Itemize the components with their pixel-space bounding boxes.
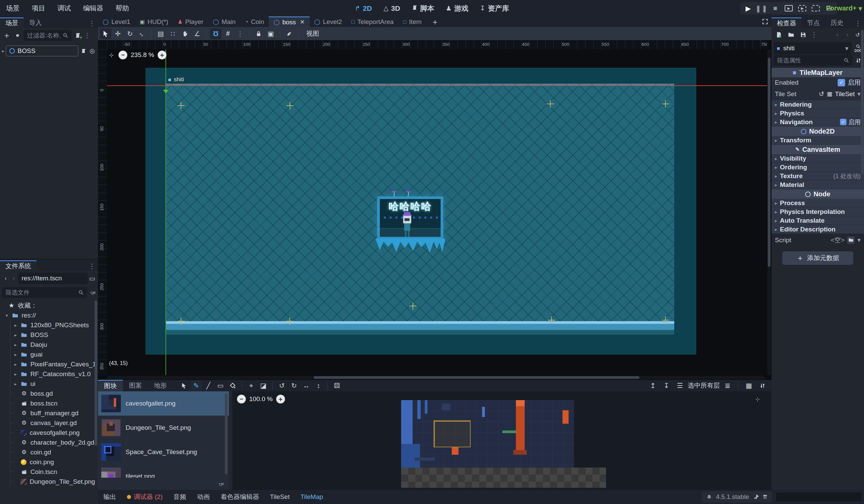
folder-row[interactable]: ▸guai	[0, 349, 98, 359]
filter-properties-input[interactable]: 筛选属性	[773, 55, 853, 66]
section-auto-translate[interactable]: ▸Auto Translate	[771, 216, 864, 225]
lock-selected-icon[interactable]	[253, 28, 264, 39]
marker-gizmo[interactable]	[547, 100, 554, 108]
resource-menu-icon[interactable]: ⋮	[811, 31, 817, 39]
atlas-texture[interactable]	[401, 400, 574, 468]
file-row[interactable]: ⚙boss.gd	[0, 389, 98, 398]
view-menu[interactable]: 视图	[302, 29, 323, 38]
move-layer-up-icon[interactable]: ↥	[647, 380, 659, 391]
stop-button[interactable]: ■	[771, 4, 780, 13]
scene-tab-hud[interactable]: ▣HUD(*)	[135, 16, 173, 27]
enabled-checkbox[interactable]: ✓	[838, 79, 845, 86]
filesystem-scrollbar[interactable]	[95, 300, 97, 446]
highlight-layer-icon[interactable]: ≣	[722, 380, 733, 391]
skeleton-options-icon[interactable]: ✒	[281, 26, 298, 41]
file-row[interactable]: ⚙character_body_2d.gd	[0, 438, 98, 447]
tile-rect-tool[interactable]: ▭	[215, 380, 226, 391]
expand-viewport-icon[interactable]	[761, 18, 769, 25]
section-material[interactable]: ▸Material	[771, 181, 864, 189]
history-forward-icon[interactable]: ›	[844, 31, 851, 38]
file-row[interactable]: ▦export_presets.cfg	[0, 487, 98, 488]
marker-gizmo[interactable]	[286, 102, 294, 109]
favorites-row[interactable]: ★收藏：	[0, 300, 98, 310]
mode-tab-3d[interactable]: △3D	[384, 4, 400, 12]
folder-row[interactable]: ▸ui	[0, 379, 98, 389]
panel-tilemap[interactable]: TileMap	[295, 493, 328, 501]
flip-horizontal-icon[interactable]: ↔	[300, 380, 312, 391]
marker-gizmo[interactable]	[177, 318, 185, 325]
2d-viewport[interactable]: -500501001502002503003504004505005506006…	[98, 40, 771, 380]
play-custom-scene-button[interactable]	[811, 4, 820, 13]
menu-editor[interactable]: 编辑器	[77, 0, 109, 16]
file-row[interactable]: coin.png	[0, 457, 98, 467]
scene-tab-teleportarea[interactable]: □TeleportArea	[347, 16, 398, 27]
marker-gizmo[interactable]	[662, 100, 669, 108]
pause-button[interactable]: ❚❚	[757, 4, 766, 13]
pin-bottom-panel-icon[interactable]	[753, 494, 759, 500]
file-row[interactable]: boss.tscn	[0, 398, 98, 408]
inspector-scrollbar[interactable]	[861, 30, 864, 175]
section-physics-interpolation[interactable]: ▸Physics Interpolation	[771, 208, 864, 216]
snap-options-icon[interactable]: ⋮	[234, 28, 246, 39]
node-script-icon[interactable]	[80, 47, 87, 55]
tile-source-row[interactable]: Dungeon_Tile_Set.png	[98, 416, 229, 440]
rotate-left-icon[interactable]: ↺	[276, 380, 288, 391]
renderer-selector[interactable]: Forward+▾	[826, 0, 862, 16]
tab-tiles[interactable]: 图块	[98, 380, 123, 391]
dock-menu-icon[interactable]: ⋮	[88, 262, 95, 270]
layers-list-icon[interactable]: ☰	[674, 380, 686, 391]
dock-menu-icon[interactable]: ⋮	[854, 19, 861, 27]
panel-animation[interactable]: 动画	[192, 493, 215, 501]
pan-tool[interactable]	[179, 28, 191, 39]
history-back-icon[interactable]: ‹	[2, 274, 10, 282]
panel-shader-editor[interactable]: 着色器编辑器	[215, 493, 265, 501]
menu-scene[interactable]: 场景	[0, 0, 26, 16]
filter-files-input[interactable]: 筛选文件	[2, 287, 87, 298]
pivot-tool[interactable]: ∷	[167, 28, 179, 39]
scene-tab-main[interactable]: ◯Main	[208, 16, 240, 27]
file-row[interactable]: cavesofgallet.png	[0, 428, 98, 438]
navigation-checkbox[interactable]: ✓	[840, 119, 847, 125]
folder-row[interactable]: ▸BOSS	[0, 330, 98, 340]
tile-source-row[interactable]: Space_Cave_Tileset.png	[98, 440, 229, 464]
history-back-icon[interactable]: ‹	[833, 31, 841, 38]
edited-object-selector[interactable]: ◆ shiti ▾	[773, 42, 852, 54]
scene-tab-coin[interactable]: ◔Coin	[240, 16, 269, 27]
rotate-right-icon[interactable]: ↻	[288, 380, 300, 391]
load-script-icon[interactable]	[847, 236, 854, 244]
marker-gizmo[interactable]	[548, 317, 555, 324]
object-history-icon[interactable]: ↺	[854, 31, 861, 38]
viewport-hscrollbar[interactable]	[107, 376, 765, 379]
scene-filter-input[interactable]: 过滤器:名称、t:	[24, 30, 72, 41]
tab-history[interactable]: 历史	[825, 17, 849, 28]
history-forward-icon[interactable]: ›	[10, 274, 17, 282]
tile-eraser-tool[interactable]: ◪	[257, 380, 269, 391]
panel-output[interactable]: 输出	[98, 493, 122, 501]
script-value[interactable]: <空>	[831, 236, 844, 245]
instantiate-scene-button[interactable]	[13, 31, 22, 40]
scrollbar-thumb[interactable]	[768, 58, 770, 267]
section-texture[interactable]: ▸Texture(1 处改动)	[771, 172, 864, 181]
node-visibility-icon[interactable]: ◎	[88, 47, 96, 55]
file-row[interactable]: ⚙coin.gd	[0, 447, 98, 457]
mode-tab-script[interactable]: 脚本	[411, 4, 434, 13]
add-node-button[interactable]: ＋	[2, 31, 11, 40]
folder-row[interactable]: ▸Daoju	[0, 340, 98, 349]
tile-atlas-view[interactable]: − 100.0 % ＋	[229, 391, 771, 490]
section-process[interactable]: ▸Process	[771, 199, 864, 208]
engine-version[interactable]: 4.5.1.stable	[716, 493, 749, 501]
zoom-out-button[interactable]: −	[119, 51, 127, 59]
tile-paint-tool[interactable]: ✎	[190, 380, 202, 391]
scene-tab-item[interactable]: □Item	[398, 16, 427, 27]
sort-sources-icon[interactable]: ↑↓≡	[217, 480, 224, 488]
list-select-tool[interactable]: ▤	[155, 28, 166, 39]
scene-tree-menu-icon[interactable]: ⋮	[84, 32, 90, 39]
select-tool[interactable]	[100, 28, 111, 39]
scale-tool[interactable]: ↔	[134, 26, 150, 41]
tab-filesystem[interactable]: 文件系统	[0, 260, 36, 271]
marker-gizmo[interactable]	[177, 102, 185, 109]
source-list-scrollbar[interactable]	[225, 393, 228, 474]
grid-toggle-icon[interactable]: ▦	[743, 380, 755, 391]
tileset-resource[interactable]: TileSet	[835, 90, 854, 98]
chevron-down-icon[interactable]: ▾	[857, 236, 861, 244]
